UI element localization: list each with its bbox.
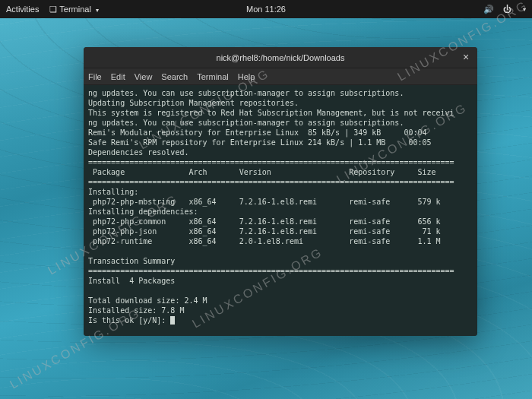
chevron-down-icon: ▾ bbox=[96, 7, 99, 14]
menu-file[interactable]: File bbox=[88, 72, 102, 81]
menu-terminal[interactable]: Terminal bbox=[197, 72, 229, 81]
menu-edit[interactable]: Edit bbox=[111, 72, 125, 81]
terminal-cursor bbox=[170, 316, 175, 325]
app-menu[interactable]: ❏ Terminal ▾ bbox=[49, 5, 99, 14]
menu-help[interactable]: Help bbox=[238, 72, 255, 81]
app-menu-label: Terminal bbox=[59, 5, 91, 14]
window-title: nick@rhel8:/home/nick/Downloads bbox=[217, 53, 345, 62]
gnome-top-bar: Activities ❏ Terminal ▾ Mon 11:26 🔊 ⏻ ▾ bbox=[0, 0, 532, 18]
clock[interactable]: Mon 11:26 bbox=[246, 5, 286, 14]
terminal-window: nick@rhel8:/home/nick/Downloads × File E… bbox=[84, 47, 477, 336]
close-button[interactable]: × bbox=[459, 50, 473, 64]
close-icon: × bbox=[463, 51, 469, 63]
terminal-output[interactable]: ng updates. You can use subscription-man… bbox=[84, 85, 477, 336]
activities-button[interactable]: Activities bbox=[6, 5, 39, 14]
menu-search[interactable]: Search bbox=[161, 72, 188, 81]
power-icon[interactable]: ⏻ bbox=[503, 5, 511, 14]
chevron-down-icon: ▾ bbox=[523, 6, 526, 13]
terminal-icon: ❏ bbox=[49, 5, 57, 14]
volume-icon[interactable]: 🔊 bbox=[483, 5, 494, 14]
menu-view[interactable]: View bbox=[135, 72, 153, 81]
terminal-menubar: File Edit View Search Terminal Help bbox=[84, 68, 477, 85]
window-titlebar[interactable]: nick@rhel8:/home/nick/Downloads × bbox=[84, 47, 477, 68]
